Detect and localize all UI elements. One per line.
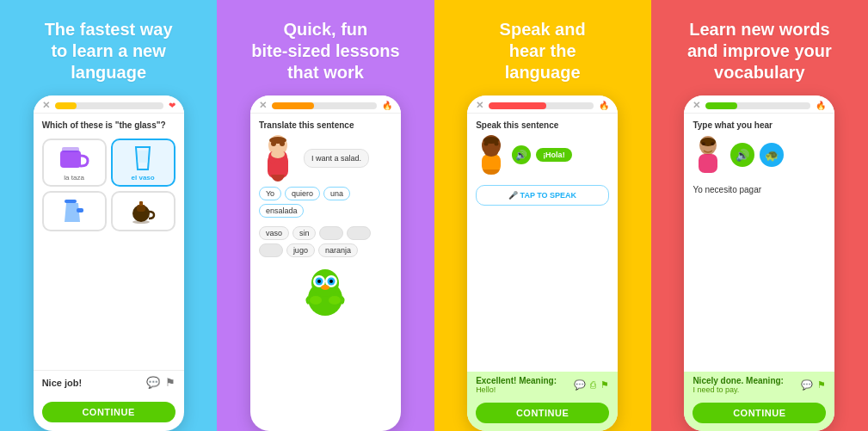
continue-area-1: CONTINUE: [34, 394, 184, 431]
chat-icon-3[interactable]: 💬: [574, 379, 586, 391]
owl-area: [259, 266, 392, 317]
close-icon-4[interactable]: ✕: [693, 100, 700, 111]
svg-point-26: [310, 296, 322, 305]
footer-icons-1: 💬 ⚑: [146, 376, 175, 389]
image-cell-mug[interactable]: la taza: [42, 139, 107, 187]
progress-bar-1: [55, 102, 163, 109]
phone-1-footer: Nice job! 💬 ⚑: [34, 370, 184, 394]
svg-rect-1: [62, 147, 79, 152]
svg-point-33: [483, 137, 499, 144]
progress-fill-3: [489, 102, 546, 109]
mug-label: la taza: [64, 174, 84, 182]
panel-2: Quick, funbite-sized lessonsthat work ✕ …: [217, 0, 434, 431]
svg-rect-2: [138, 151, 148, 163]
phone-2: ✕ 🔥 Translate this sentence: [250, 95, 401, 431]
svg-rect-6: [137, 205, 145, 212]
svg-point-27: [329, 296, 341, 305]
status-bar-3: ✕ 🔥: [467, 95, 618, 114]
continue-button-1[interactable]: CONTINUE: [42, 402, 175, 422]
excellent-meaning: Hello!: [476, 385, 557, 394]
panel-1-title: The fastest wayto learn a newlanguage: [45, 19, 173, 83]
panel-3-title: Speak andhear thelanguage: [500, 19, 586, 83]
tap-to-speak-btn[interactable]: 🎤 TAP TO SPEAK: [476, 185, 609, 206]
progress-bar-2: [272, 102, 377, 109]
flag-icon[interactable]: ⚑: [165, 376, 175, 389]
chat-icon-4[interactable]: 💬: [801, 379, 813, 391]
svg-rect-4: [77, 208, 83, 212]
bank-chip-jugo[interactable]: jugo: [286, 243, 315, 257]
bank-chip-empty-3: [259, 243, 283, 257]
nicely-icons: 💬 ⚑: [801, 379, 826, 391]
glass-label: el vaso: [132, 174, 155, 182]
word-chip-quiero[interactable]: quiero: [285, 187, 320, 200]
bank-chip-naranja[interactable]: naranja: [318, 243, 358, 257]
coffee-pot-icon: [130, 198, 156, 224]
chat-icon[interactable]: 💬: [146, 376, 160, 389]
continue-button-3[interactable]: CONTINUE: [476, 403, 609, 423]
streak-icon-3: 🔥: [599, 101, 609, 110]
bank-chip-vaso[interactable]: vaso: [259, 226, 289, 240]
excellent-footer: Excellent! Meaning: Hello! 💬 ⎙ ⚑ CONTINU…: [467, 372, 618, 431]
progress-bar-4: [705, 102, 810, 109]
panel-3: Speak andhear thelanguage ✕ 🔥 Speak this…: [434, 0, 651, 431]
svg-point-24: [329, 280, 333, 283]
close-icon-3[interactable]: ✕: [476, 100, 483, 111]
status-bar-1: ✕ ❤: [34, 95, 184, 114]
audio-play-button[interactable]: 🔊: [512, 145, 531, 164]
flag-icon-3[interactable]: ⚑: [600, 379, 609, 391]
translate-label: Translate this sentence: [259, 120, 392, 130]
word-bank: vaso sin jugo naranja: [259, 226, 392, 257]
svg-rect-7: [139, 201, 143, 206]
word-chips: Yo quiero una ensalada: [259, 187, 392, 218]
audio-row-3: 🔊 ¡Hola!: [476, 135, 609, 175]
typed-sentence: Yo necesito pagar: [693, 185, 826, 194]
continue-area-3: CONTINUE: [476, 396, 609, 427]
nicely-meaning: I need to pay.: [693, 385, 784, 394]
image-cell-carafe[interactable]: [42, 191, 107, 231]
continue-area-4: CONTINUE: [693, 396, 826, 427]
svg-point-23: [317, 280, 321, 283]
audio-slow-btn[interactable]: 🐢: [760, 143, 784, 167]
progress-bar-3: [489, 102, 594, 109]
audio-char-row: 🔊 🐢: [693, 135, 826, 175]
continue-button-4[interactable]: CONTINUE: [693, 403, 826, 423]
audio-normal-btn[interactable]: 🔊: [730, 143, 754, 167]
close-icon[interactable]: ✕: [42, 100, 50, 111]
flag-icon-4[interactable]: ⚑: [817, 379, 826, 391]
svg-rect-39: [703, 139, 713, 144]
image-cell-coffee-pot[interactable]: [111, 191, 175, 231]
svg-point-16: [269, 137, 286, 144]
question-label: Which of these is "the glass"?: [42, 120, 175, 130]
image-cell-glass[interactable]: el vaso: [111, 139, 175, 187]
svg-point-8: [132, 220, 150, 224]
svg-rect-3: [65, 200, 77, 203]
bank-chip-empty-1: [319, 226, 343, 240]
phone-2-content: Translate this sentence I want a salad. …: [250, 114, 401, 431]
close-icon-2[interactable]: ✕: [259, 100, 267, 111]
phone-1-content: Which of these is "the glass"? la taza: [34, 114, 184, 370]
audio-buttons-row: 🔊 🐢: [730, 143, 784, 167]
status-bar-2: ✕ 🔥: [250, 95, 401, 114]
panel-1: The fastest wayto learn a newlanguage ✕ …: [0, 0, 217, 431]
glass-icon: [133, 145, 152, 171]
hola-bubble: ¡Hola!: [536, 148, 572, 162]
bank-chip-empty-2: [347, 226, 371, 240]
streak-icon: 🔥: [382, 101, 392, 110]
phone-3-content: Speak this sentence 🔊 ¡Hola! 🎤 TAP TO SP…: [467, 114, 618, 372]
word-chip-ensalada[interactable]: ensalada: [259, 204, 305, 218]
word-chip-yo[interactable]: Yo: [259, 187, 281, 200]
carafe-icon: [61, 198, 87, 224]
progress-fill-1: [55, 102, 77, 109]
character-row-2: I want a salad.: [259, 135, 392, 182]
nicely-footer: Nicely done. Meaning: I need to pay. 💬 ⚑…: [684, 372, 834, 431]
type-label: Type what you hear: [693, 120, 826, 130]
phone-4-content: Type what you hear 🔊 🐢 Yo necesito pagar: [684, 114, 834, 372]
phone-1: ✕ ❤ Which of these is "the glass"? la ta…: [34, 95, 184, 431]
panel-2-title: Quick, funbite-sized lessonsthat work: [251, 19, 399, 83]
character-icon-2: [259, 135, 297, 182]
share-icon-3[interactable]: ⎙: [590, 379, 596, 391]
mug-icon: [58, 145, 89, 171]
word-chip-una[interactable]: una: [323, 187, 350, 200]
bank-chip-sin[interactable]: sin: [292, 226, 317, 240]
streak-icon-4: 🔥: [816, 101, 826, 110]
